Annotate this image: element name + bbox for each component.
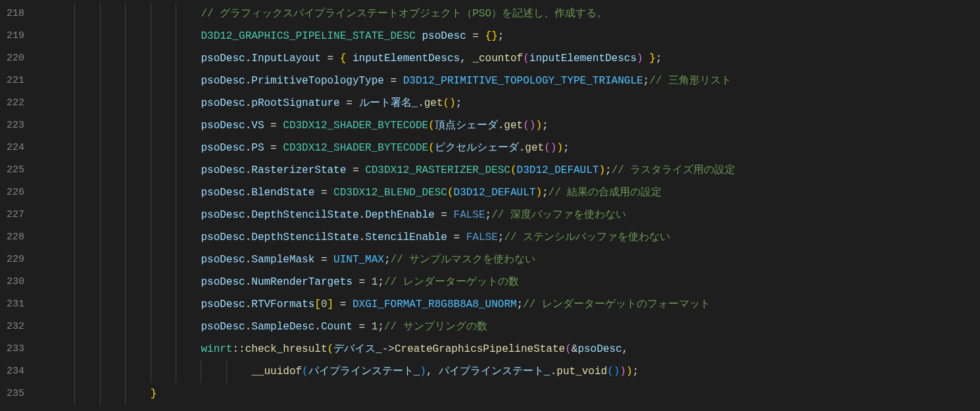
code-line[interactable]: psoDesc.VS = CD3DX12_SHADER_BYTECODE(頂点シ… — [49, 114, 980, 137]
code-token: = — [466, 30, 485, 42]
code-token: . — [245, 209, 252, 221]
code-token: ) — [637, 53, 643, 64]
code-token: psoDesc — [201, 164, 245, 176]
code-token: 頂点シェーダ — [435, 120, 498, 132]
code-line[interactable]: psoDesc.PrimitiveTopologyType = D3D12_PR… — [49, 70, 980, 92]
code-token: ) — [535, 120, 542, 132]
line-number: 231 — [7, 293, 24, 316]
code-token: = — [321, 53, 340, 64]
line-number: 230 — [7, 271, 24, 293]
code-token: ; — [498, 30, 504, 42]
code-token: = — [447, 231, 466, 243]
code-token: . — [245, 321, 252, 333]
code-token: psoDesc — [201, 75, 245, 87]
code-token: check_hresult — [245, 343, 328, 355]
code-token: ; — [378, 321, 384, 333]
code-token: // サンプルマスクを使わない — [391, 254, 536, 266]
code-token: . — [519, 142, 526, 154]
line-number: 224 — [7, 137, 24, 159]
code-token: {} — [485, 30, 498, 42]
code-token: psoDesc — [577, 343, 622, 355]
code-editor[interactable]: 2182192202212222232242252262272282292302… — [0, 0, 980, 411]
code-token: SampleDesc — [251, 321, 314, 333]
code-token: get — [525, 142, 544, 154]
code-area[interactable]: // グラフィックスパイプラインステートオブジェクト（PSO）を記述し、作成する… — [49, 0, 980, 411]
code-token: // ステンシルバッファを使わない — [504, 231, 670, 243]
code-token: inputElementDescs — [353, 53, 460, 64]
code-token: . — [245, 53, 252, 64]
code-token: BlendState — [251, 187, 314, 199]
code-token: ) — [551, 142, 557, 154]
code-token: CD3DX12_SHADER_BYTECODE — [283, 120, 428, 132]
line-number: 225 — [7, 159, 24, 181]
code-token: PrimitiveTopologyType — [251, 75, 384, 87]
code-line[interactable]: } — [49, 383, 980, 405]
code-token: 1 — [372, 321, 378, 333]
code-line[interactable]: psoDesc.NumRenderTargets = 1;// レンダーターゲッ… — [49, 271, 980, 293]
code-token: CD3DX12_BLEND_DESC — [333, 187, 447, 199]
code-token: CD3DX12_RASTERIZER_DESC — [365, 164, 510, 176]
line-number: 233 — [7, 338, 24, 360]
code-token: = — [264, 142, 283, 154]
line-number: 227 — [7, 204, 24, 226]
code-token: , — [460, 53, 472, 64]
code-token: psoDesc — [201, 142, 245, 154]
code-token: UINT_MAX — [333, 254, 384, 266]
code-token: . — [359, 209, 366, 221]
code-token: . — [359, 231, 366, 243]
code-token: D3D12_DEFAULT — [454, 187, 536, 199]
code-line[interactable]: psoDesc.pRootSignature = ルート署名_.get(); — [49, 92, 980, 114]
code-token: psoDesc — [201, 209, 245, 221]
code-line[interactable]: __uuidof(パイプラインステート_), パイプラインステート_.put_v… — [49, 360, 980, 383]
code-token: // レンダーターゲットのフォーマット — [523, 299, 710, 310]
line-number: 235 — [7, 383, 24, 405]
code-line[interactable]: D3D12_GRAPHICS_PIPELINE_STATE_DESC psoDe… — [49, 25, 980, 47]
code-token: // ラスタライズ用の設定 — [612, 164, 736, 176]
code-line[interactable]: psoDesc.BlendState = CD3DX12_BLEND_DESC(… — [49, 181, 980, 204]
code-token: ; — [498, 231, 504, 243]
code-line[interactable]: psoDesc.RasterizerState = CD3DX12_RASTER… — [49, 159, 980, 181]
code-token: FALSE — [454, 209, 485, 221]
code-token: get — [504, 120, 523, 132]
code-token: :: — [232, 343, 245, 355]
code-token: DepthEnable — [365, 209, 435, 221]
code-token: StencilEnable — [365, 231, 447, 243]
code-line[interactable]: psoDesc.DepthStencilState.DepthEnable = … — [49, 204, 980, 226]
code-token: DepthStencilState — [251, 231, 358, 243]
code-token: DepthStencilState — [251, 209, 358, 221]
code-token: psoDesc — [201, 97, 245, 109]
code-line[interactable]: psoDesc.SampleDesc.Count = 1;// サンプリングの数 — [49, 316, 980, 338]
code-token: ) — [556, 142, 563, 154]
code-token — [416, 30, 422, 42]
code-token: ) — [626, 366, 633, 377]
line-number: 228 — [7, 226, 24, 249]
code-line[interactable]: psoDesc.PS = CD3DX12_SHADER_BYTECODE(ピクセ… — [49, 137, 980, 159]
code-token: // レンダーターゲットの数 — [384, 276, 519, 288]
code-line[interactable]: psoDesc.SampleMask = UINT_MAX;// サンプルマスク… — [49, 249, 980, 271]
code-token: . — [245, 75, 252, 87]
code-token: . — [245, 142, 252, 154]
code-token: ( — [523, 120, 529, 132]
code-line[interactable]: psoDesc.DepthStencilState.StencilEnable … — [49, 226, 980, 249]
code-token: 0 — [321, 299, 328, 310]
code-token: ) — [614, 366, 620, 377]
code-token: ルート署名_ — [359, 97, 418, 109]
code-token: VS — [251, 120, 264, 132]
code-token: ( — [523, 53, 529, 64]
code-token: InputLayout — [251, 53, 321, 64]
code-line[interactable]: psoDesc.InputLayout = { inputElementDesc… — [49, 47, 980, 70]
code-token: CD3DX12_SHADER_BYTECODE — [283, 142, 428, 154]
code-token: _countof — [472, 53, 523, 64]
code-token: psoDesc — [201, 120, 245, 132]
code-token: ; — [643, 75, 650, 87]
code-token: ; — [605, 164, 612, 176]
code-token — [643, 53, 650, 64]
code-token: = — [333, 299, 353, 310]
code-token: RasterizerState — [251, 164, 346, 176]
code-line[interactable]: // グラフィックスパイプラインステートオブジェクト（PSO）を記述し、作成する… — [49, 3, 980, 25]
code-line[interactable]: psoDesc.RTVFormats[0] = DXGI_FORMAT_R8G8… — [49, 293, 980, 316]
code-token: パイプラインステート_ — [308, 366, 420, 377]
code-line[interactable]: winrt::check_hresult(デバイス_->CreateGraphi… — [49, 338, 980, 360]
code-token: . — [245, 97, 252, 109]
code-token: DXGI_FORMAT_R8G8B8A8_UNORM — [353, 299, 517, 310]
